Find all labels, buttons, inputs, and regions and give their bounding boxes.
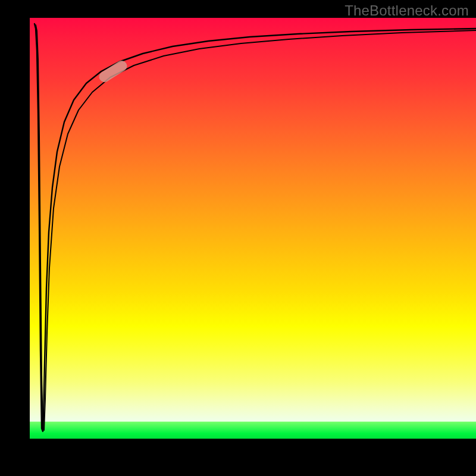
chart-container: TheBottleneck.com	[0, 0, 476, 476]
plot-area	[30, 18, 476, 446]
bottleneck-curve-2	[36, 25, 476, 430]
watermark-text: TheBottleneck.com	[345, 2, 469, 19]
curve-layer	[30, 18, 476, 446]
